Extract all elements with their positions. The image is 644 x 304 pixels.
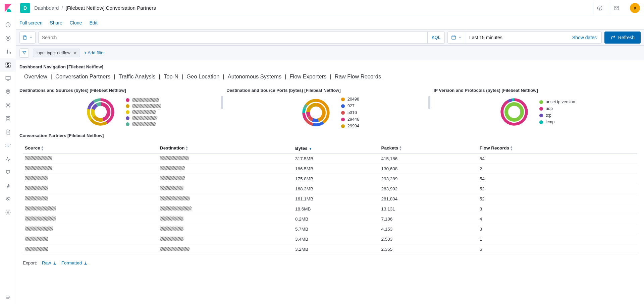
col-bytes[interactable]: Bytes ▼ (293, 143, 379, 154)
saved-query-button[interactable] (19, 32, 36, 44)
legend-scrollbar[interactable] (428, 96, 430, 109)
legend-label: 20498 (347, 97, 359, 102)
nav-recently-viewed-icon[interactable] (0, 18, 16, 32)
mail-icon[interactable] (610, 2, 623, 14)
legend-item[interactable] (126, 104, 161, 108)
col-packets[interactable]: Packets▲▼ (379, 143, 478, 154)
nav-apm-icon[interactable] (0, 139, 16, 152)
cell-flow_records: 4 (478, 214, 637, 224)
cell-bytes: 8.2MB (293, 214, 379, 224)
nav-link-conversation-partners[interactable]: Conversation Partners (54, 73, 112, 80)
svg-point-8 (6, 103, 7, 104)
nav-maps-icon[interactable] (0, 85, 16, 99)
filter-pill-remove-icon[interactable] (72, 50, 78, 56)
col-destination[interactable]: Destination▲▼ (158, 143, 293, 154)
legend-item[interactable] (126, 98, 161, 102)
filter-pill[interactable]: input.type: netflow (33, 49, 80, 57)
refresh-button[interactable]: Refresh (604, 32, 641, 44)
cell-flow_records: 3 (478, 224, 637, 234)
nav-link-top-n[interactable]: Top-N (162, 73, 180, 80)
calendar-icon[interactable] (448, 32, 465, 43)
legend-item[interactable]: 29994 (341, 124, 359, 128)
svg-point-12 (7, 105, 8, 106)
legend-item[interactable]: 29446 (341, 117, 359, 122)
nav-visualize-icon[interactable] (0, 45, 16, 58)
search-input[interactable] (39, 32, 427, 43)
table-row: 161.1MB281,80452 (23, 194, 637, 204)
nav-link-autonomous-systems[interactable]: Autonomous Systems (226, 73, 283, 80)
nav-dashboard-icon[interactable] (0, 58, 16, 72)
table-row: 175.8MB293,28954 (23, 174, 637, 184)
cell-packets: 4,153 (379, 224, 478, 234)
breadcrumb-root[interactable]: Dashboard (34, 5, 59, 11)
nav-monitoring-icon[interactable] (0, 192, 16, 206)
cell-flow_records: 52 (478, 194, 637, 204)
legend-item[interactable]: udp (539, 106, 575, 111)
nav-link-flow-exporters[interactable]: Flow Exporters (288, 73, 328, 80)
full-screen-link[interactable]: Full screen (19, 20, 42, 25)
legend-item[interactable]: unset ip version (539, 100, 575, 104)
nav-link-geo-location[interactable]: Geo Location (185, 73, 221, 80)
legend-item[interactable] (126, 122, 161, 126)
legend-item[interactable]: 927 (341, 104, 359, 108)
breadcrumb-current: [Filebeat Netflow] Conversation Partners (66, 5, 156, 11)
nav-devtools-icon[interactable] (0, 179, 16, 192)
nav-logs-icon[interactable] (0, 125, 16, 139)
share-link[interactable]: Share (50, 20, 62, 25)
nav-infrastructure-icon[interactable] (0, 112, 16, 125)
legend-item[interactable]: icmp (539, 120, 575, 124)
table-row: 18.6MB13,1318 (23, 204, 637, 214)
cell-packets: 7,186 (379, 214, 478, 224)
user-avatar[interactable]: a (630, 3, 640, 13)
legend-item[interactable] (126, 116, 161, 120)
nav-ml-icon[interactable] (0, 99, 16, 112)
cell-flow_records: 2 (478, 164, 637, 174)
nav-discover-icon[interactable] (0, 32, 16, 45)
show-dates-link[interactable]: Show dates (568, 32, 601, 43)
nav-management-icon[interactable] (0, 206, 16, 219)
svg-point-10 (6, 106, 7, 107)
table-row: 317.5MB415,18654 (23, 154, 637, 164)
conversation-table: Source▲▼ Destination▲▼ Bytes ▼ Packets▲▼… (23, 143, 637, 254)
cell-packets: 415,186 (379, 154, 478, 164)
legend-item[interactable]: 20498 (341, 97, 359, 102)
nav-uptime-icon[interactable] (0, 152, 16, 166)
svg-point-14 (7, 117, 8, 118)
legend-swatch (539, 120, 543, 124)
nav-link-traffic-analysis[interactable]: Traffic Analysis (117, 73, 157, 80)
col-source[interactable]: Source▲▼ (23, 143, 158, 154)
table-row: 168.3MB283,99252 (23, 184, 637, 194)
newsfeed-icon[interactable] (593, 2, 606, 14)
legend-label: tcp (546, 113, 551, 118)
kibana-logo[interactable] (0, 0, 16, 16)
cell-packets: 130,608 (379, 164, 478, 174)
donut-ports (301, 98, 331, 128)
time-range-value[interactable]: Last 15 minutes (465, 32, 568, 43)
cell-packets: 2,533 (379, 234, 478, 244)
legend-scrollbar[interactable] (221, 96, 223, 109)
export-raw-link[interactable]: Raw (42, 260, 57, 265)
nav-link-raw-flow-records[interactable]: Raw Flow Records (333, 73, 382, 80)
legend-item[interactable]: tcp (539, 113, 575, 118)
cell-bytes: 168.3MB (293, 184, 379, 194)
nav-link-overview[interactable]: Overview (23, 73, 49, 80)
col-flow-records[interactable]: Flow Records▲▼ (478, 143, 637, 154)
legend-label: 5316 (347, 110, 357, 115)
kql-toggle[interactable]: KQL (427, 32, 444, 43)
sidebar-collapse-icon[interactable] (0, 291, 16, 304)
viz-dest-src-title: Destinations and Sources (bytes) [Filebe… (19, 88, 226, 93)
clone-link[interactable]: Clone (70, 20, 82, 25)
nav-canvas-icon[interactable] (0, 72, 16, 85)
cell-flow_records: 52 (478, 184, 637, 194)
add-filter-link[interactable]: + Add filter (84, 50, 105, 55)
legend-label: 927 (347, 104, 355, 108)
edit-link[interactable]: Edit (89, 20, 97, 25)
viz-dest-src: Destinations and Sources (bytes) [Filebe… (19, 86, 226, 130)
donut-ipver (499, 97, 529, 127)
legend-item[interactable]: 5316 (341, 110, 359, 115)
filter-settings-icon[interactable] (19, 48, 29, 58)
legend-item[interactable] (126, 110, 161, 114)
cell-packets: 293,289 (379, 174, 478, 184)
nav-siem-icon[interactable] (0, 166, 16, 179)
export-formatted-link[interactable]: Formatted (61, 260, 88, 265)
